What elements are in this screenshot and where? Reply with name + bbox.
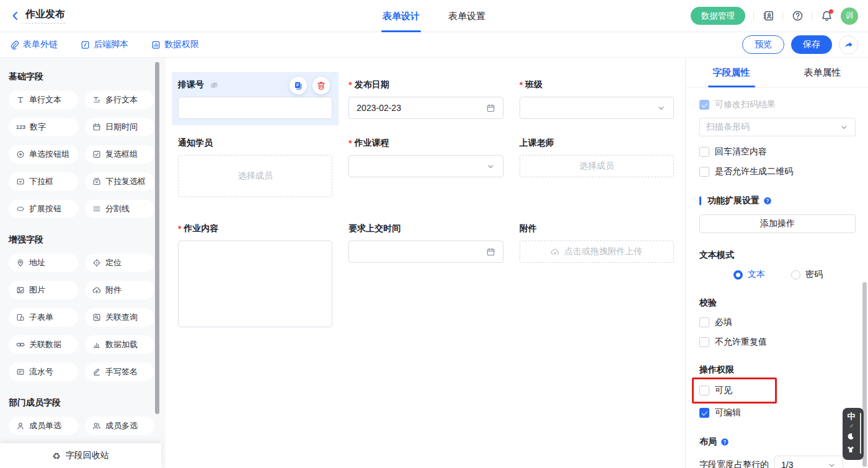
teacher-picker[interactable]: 选择成员: [520, 155, 674, 177]
required-checkbox[interactable]: [699, 317, 709, 327]
radio-password-mode[interactable]: 密码: [791, 269, 823, 280]
option-required[interactable]: 必填: [699, 317, 856, 328]
backend-script-label: 后端脚本: [94, 39, 128, 50]
avatar[interactable]: 训: [841, 7, 858, 25]
moon-icon[interactable]: [846, 432, 857, 443]
sidebar-item-radio-group[interactable]: 单选按钮组: [9, 145, 78, 164]
sidebar-item-dropdown[interactable]: 下拉框: [9, 172, 78, 191]
form-external-link-label: 表单外链: [23, 39, 58, 50]
help-circle-icon[interactable]: [791, 10, 804, 22]
sidebar-item-linked-query[interactable]: 关联查询: [85, 308, 154, 327]
option-allow-qrcode[interactable]: 是否允许生成二维码: [699, 166, 856, 177]
visible-checkbox[interactable]: [699, 386, 709, 395]
canvas-field-publish-date[interactable]: *发布日期 2023-02-23: [348, 78, 503, 119]
canvas-field-content[interactable]: *作业内容: [178, 222, 332, 327]
option-editable[interactable]: 可编辑: [699, 407, 856, 418]
radio-text-mode[interactable]: 文本: [733, 269, 765, 280]
sidebar-item-serial-number[interactable]: 流水号: [9, 363, 78, 381]
canvas-field-notify-students[interactable]: 通知学员 选择成员: [178, 136, 332, 197]
help-icon[interactable]: [763, 196, 773, 206]
header-tabs: 表单设计 表单设置: [383, 0, 485, 32]
canvas-field-teacher[interactable]: 上课老师 选择成员: [520, 136, 674, 177]
serial-number-icon: [16, 368, 25, 376]
sidebar-item-locate[interactable]: 定位: [85, 254, 154, 272]
field-width-select[interactable]: 1/3: [774, 456, 843, 468]
tab-form-settings[interactable]: 表单设置: [448, 0, 485, 32]
section-permission: 操作权限: [699, 364, 856, 376]
attachment-upload[interactable]: 点击或拖拽附件上传: [520, 241, 674, 263]
sidebar-item-linked-data[interactable]: 关联数据: [9, 335, 78, 354]
option-visible[interactable]: 可见: [699, 385, 775, 396]
canvas-field-due-time[interactable]: 要求上交时间: [348, 222, 503, 263]
sidebar-item-dropdown-multi[interactable]: 下拉复选框: [85, 172, 154, 191]
eye-off-icon: [210, 81, 219, 90]
sidebar-item-number[interactable]: 123数字: [9, 118, 78, 136]
sidebar-item-divider[interactable]: 分割线: [85, 200, 154, 218]
sidebar-item-member-multi[interactable]: 成员多选: [85, 417, 154, 435]
data-permission-link[interactable]: 数据权限: [151, 39, 199, 50]
class-select[interactable]: [520, 97, 674, 119]
tab-form-properties[interactable]: 表单属性: [777, 58, 868, 87]
calendar-icon: [486, 247, 495, 257]
backend-script-link[interactable]: 后端脚本: [81, 39, 128, 50]
delete-field-button[interactable]: [312, 77, 330, 94]
help-icon[interactable]: [720, 438, 730, 447]
sidebar-item-multi-line-text[interactable]: 多行文本: [85, 91, 154, 109]
locate-icon: [92, 258, 101, 267]
allow-qrcode-checkbox[interactable]: [699, 167, 709, 177]
publish-date-input[interactable]: 2023-02-23: [348, 97, 503, 119]
tshirt-icon[interactable]: [846, 445, 857, 456]
canvas-field-course[interactable]: *作业课程: [348, 136, 503, 177]
notify-students-picker[interactable]: 选择成员: [178, 155, 332, 197]
data-permission-icon: [151, 40, 161, 50]
copy-field-button[interactable]: [290, 77, 307, 94]
sidebar-item-data-load[interactable]: 数据加载: [85, 335, 154, 354]
bar-chart-icon: [92, 340, 101, 349]
canvas-field-schedule-no[interactable]: 排课号: [172, 72, 339, 125]
back-button[interactable]: [10, 11, 20, 21]
share-button[interactable]: [839, 35, 858, 55]
sidebar-item-datetime[interactable]: 日期时间: [85, 118, 154, 136]
canvas-field-attachment[interactable]: 附件 点击或拖拽附件上传: [520, 222, 674, 263]
contact-book-icon[interactable]: [762, 10, 774, 22]
notification-bell[interactable]: [820, 10, 833, 22]
sidebar-item-address[interactable]: 地址: [9, 254, 78, 272]
male-symbol-icon[interactable]: ♂: [849, 423, 854, 430]
divider-icon: [92, 205, 101, 213]
sidebar-scrollbar[interactable]: [155, 62, 159, 414]
field-label: 作业课程: [355, 138, 389, 149]
no-duplicate-checkbox[interactable]: [699, 337, 709, 347]
lang-zh-icon[interactable]: 中: [848, 412, 856, 420]
sidebar-item-image[interactable]: 图片: [9, 281, 78, 299]
visible-option-highlight: 可见: [692, 377, 777, 404]
extension-widget[interactable]: 中 ♂: [843, 408, 864, 460]
field-label: 作业内容: [184, 223, 218, 234]
sidebar-item-attachment[interactable]: 附件: [85, 281, 154, 299]
page-title[interactable]: 作业发布: [25, 8, 65, 24]
sidebar-item-single-line-text[interactable]: 单行文本: [9, 91, 78, 109]
sidebar-item-signature[interactable]: 手写签名: [85, 363, 154, 381]
data-manage-button[interactable]: 数据管理: [691, 7, 745, 25]
editable-checkbox[interactable]: [699, 408, 709, 418]
form-external-link[interactable]: 表单外链: [10, 39, 58, 50]
required-mark: *: [348, 138, 352, 148]
option-no-duplicate[interactable]: 不允许重复值: [699, 337, 856, 348]
sidebar-item-subform[interactable]: 子表单: [9, 308, 78, 327]
schedule-no-input[interactable]: [178, 97, 332, 119]
tab-form-design[interactable]: 表单设计: [383, 0, 420, 32]
field-label: 上课老师: [520, 138, 554, 149]
sidebar-item-extend-button[interactable]: 扩展按钮: [9, 200, 78, 218]
due-time-input[interactable]: [348, 241, 503, 263]
enter-clear-checkbox[interactable]: [699, 147, 709, 157]
sidebar-item-checkbox-group[interactable]: 复选框组: [85, 145, 154, 164]
field-recycle-bin[interactable]: ♻ 字段回收站: [0, 443, 161, 468]
add-action-button[interactable]: 添加操作: [699, 214, 856, 233]
tab-field-properties[interactable]: 字段属性: [686, 58, 777, 87]
sidebar-item-member-single[interactable]: 成员单选: [9, 417, 78, 435]
save-button[interactable]: 保存: [791, 35, 832, 54]
preview-button[interactable]: 预览: [742, 35, 784, 54]
content-textarea[interactable]: [178, 241, 332, 327]
course-select[interactable]: [348, 155, 503, 177]
canvas-field-class[interactable]: *班级: [520, 78, 674, 119]
option-enter-clear[interactable]: 回车清空内容: [699, 146, 856, 157]
